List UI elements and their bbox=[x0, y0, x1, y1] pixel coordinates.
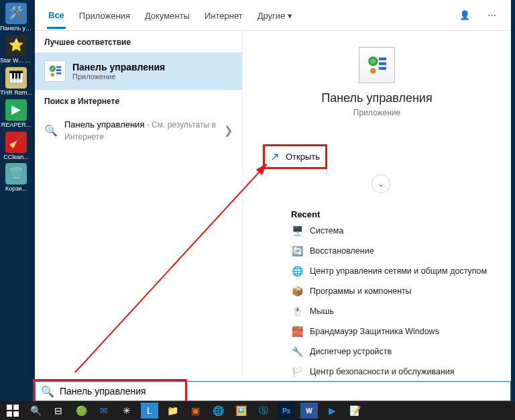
chevron-down-icon: ▾ bbox=[288, 11, 292, 21]
svg-rect-10 bbox=[379, 67, 386, 70]
task-view-button[interactable]: ⊟ bbox=[50, 403, 67, 419]
svg-point-5 bbox=[51, 73, 55, 77]
detail-sub: Приложение bbox=[263, 108, 491, 117]
taskbar-app[interactable]: 📁 bbox=[164, 403, 181, 419]
mouse-icon: 🖱️ bbox=[291, 305, 303, 317]
svg-rect-14 bbox=[13, 405, 19, 410]
recent-item[interactable]: 🖱️Мышь bbox=[291, 305, 491, 317]
svg-rect-13 bbox=[7, 405, 12, 410]
chevron-right-icon: ❯ bbox=[224, 124, 233, 137]
expand-button[interactable]: ⌄ bbox=[371, 174, 390, 193]
svg-rect-9 bbox=[379, 62, 386, 65]
tab-web[interactable]: Интернет bbox=[203, 3, 244, 28]
tab-all[interactable]: Все bbox=[47, 2, 66, 29]
recovery-icon: 🔄 bbox=[291, 245, 303, 257]
svg-rect-3 bbox=[56, 69, 61, 71]
tab-docs[interactable]: Документы bbox=[144, 3, 191, 28]
best-match-title: Панель управления bbox=[72, 62, 165, 72]
feedback-icon[interactable]: 👤 bbox=[457, 10, 472, 20]
desktop-icon[interactable]: ▶REAPER... bbox=[0, 99, 32, 129]
taskbar-app[interactable]: ▣ bbox=[186, 403, 204, 419]
search-flyout: Все Приложения Документы Интернет Другие… bbox=[35, 0, 511, 381]
taskbar-app[interactable]: ✉ bbox=[95, 403, 113, 419]
taskbar-app[interactable]: 🖼️ bbox=[232, 403, 249, 419]
recent-item[interactable]: 🏳️Центр безопасности и обслуживания bbox=[291, 366, 491, 378]
security-icon: 🏳️ bbox=[291, 366, 303, 378]
desktop-icon[interactable]: 🛠️Панель управле... bbox=[0, 3, 32, 32]
search-tabs: Все Приложения Документы Интернет Другие… bbox=[35, 0, 511, 31]
taskbar-app[interactable]: L bbox=[141, 403, 158, 419]
recent-header: Recent bbox=[291, 209, 491, 219]
results-right-pane: Панель управления Приложение ↗ Открыть ⌄… bbox=[243, 31, 511, 381]
desktop-icon[interactable]: 🎹THR Rem... bbox=[0, 67, 32, 97]
taskbar-app[interactable]: ▶ bbox=[323, 403, 341, 419]
svg-point-7 bbox=[370, 58, 376, 64]
svg-rect-16 bbox=[13, 411, 19, 417]
search-icon: 🔍 bbox=[44, 124, 58, 137]
desktop-icon[interactable]: 🗑️Корзи... bbox=[0, 163, 32, 193]
svg-rect-15 bbox=[7, 411, 12, 417]
taskbar: 🔍 ⊟ 🟢 ✉ ✳ L 📁 ▣ 🌐 🖼️ Ⓢ Ps W ▶ 📝 bbox=[0, 401, 515, 420]
recent-list: 🖥️Система 🔄Восстановление 🌐Центр управле… bbox=[291, 225, 491, 378]
search-input[interactable] bbox=[60, 386, 505, 397]
recent-item[interactable]: 🖥️Система bbox=[291, 225, 491, 237]
taskbar-app[interactable]: 📝 bbox=[346, 403, 363, 419]
results-left-pane: Лучшее соответствие Панель управления Пр… bbox=[35, 31, 243, 381]
device-manager-icon: 🔧 bbox=[291, 346, 303, 358]
recent-item[interactable]: 🔄Восстановление bbox=[291, 245, 491, 257]
svg-rect-2 bbox=[56, 66, 61, 68]
svg-point-1 bbox=[51, 67, 55, 71]
open-action[interactable]: ↗ Открыть bbox=[263, 144, 327, 169]
taskbar-app[interactable]: Ⓢ bbox=[255, 403, 272, 419]
svg-rect-4 bbox=[56, 72, 61, 74]
taskbar-app[interactable]: Ps bbox=[278, 403, 295, 419]
system-icon: 🖥️ bbox=[291, 225, 303, 237]
recent-item[interactable]: 🌐Центр управления сетями и общим доступо… bbox=[291, 265, 491, 277]
firewall-icon: 🧱 bbox=[291, 325, 303, 337]
desktop-icons: 🛠️Панель управле... ⭐Star W... Jedi Fa 🎹… bbox=[0, 0, 35, 382]
search-icon: 🔍 bbox=[41, 385, 54, 398]
best-match-sub: Приложение bbox=[72, 72, 165, 81]
programs-icon: 📦 bbox=[291, 285, 303, 297]
taskbar-app[interactable]: 🌐 bbox=[209, 403, 227, 419]
web-search-item[interactable]: 🔍 Панель управления - См. результаты в И… bbox=[35, 111, 242, 149]
search-box[interactable]: 🔍 bbox=[35, 381, 511, 401]
svg-rect-8 bbox=[379, 58, 386, 60]
network-icon: 🌐 bbox=[291, 265, 303, 277]
best-match-header: Лучшее соответствие bbox=[35, 31, 242, 52]
control-panel-icon bbox=[44, 60, 66, 82]
taskbar-app[interactable]: ✳ bbox=[118, 403, 135, 419]
open-icon: ↗ bbox=[270, 150, 279, 163]
best-match-item[interactable]: Панель управления Приложение bbox=[35, 52, 242, 90]
desktop-icon[interactable]: ⭐Star W... Jedi Fa bbox=[0, 35, 32, 64]
tab-apps[interactable]: Приложения bbox=[78, 3, 131, 28]
control-panel-large-icon bbox=[359, 47, 395, 83]
recent-item[interactable]: 📦Программы и компоненты bbox=[291, 285, 491, 297]
more-icon[interactable]: ⋯ bbox=[484, 10, 499, 20]
detail-title: Панель управления bbox=[263, 91, 491, 105]
taskbar-app[interactable]: W bbox=[300, 403, 318, 419]
desktop-icon[interactable]: 🧹CClean... bbox=[0, 132, 32, 161]
recent-item[interactable]: 🧱Брандмауэр Защитника Windows bbox=[291, 325, 491, 337]
web-search-header: Поиск в Интернете bbox=[35, 90, 242, 111]
search-button[interactable]: 🔍 bbox=[27, 403, 44, 419]
svg-point-11 bbox=[370, 68, 376, 74]
taskbar-app[interactable]: 🟢 bbox=[72, 403, 90, 419]
tab-more[interactable]: Другие ▾ bbox=[256, 3, 294, 28]
start-button[interactable] bbox=[4, 403, 21, 419]
recent-item[interactable]: 🔧Диспетчер устройств bbox=[291, 346, 491, 358]
